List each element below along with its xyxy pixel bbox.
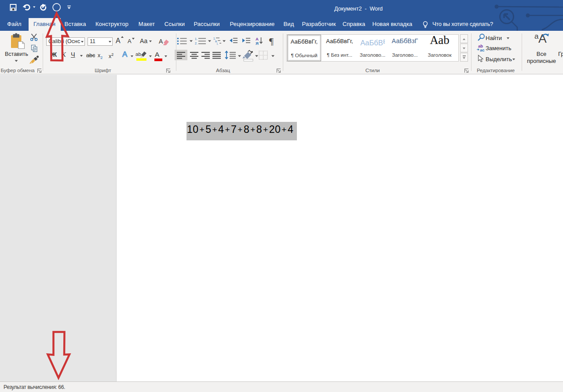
svg-text:ac: ac	[480, 48, 485, 52]
svg-text:Я: Я	[256, 41, 259, 46]
svg-text:2.: 2.	[195, 42, 197, 45]
svg-text:ab: ab	[135, 51, 141, 57]
svg-text:1.: 1.	[195, 37, 197, 40]
svg-text:А: А	[159, 38, 163, 45]
svg-text:i.: i.	[217, 42, 218, 45]
svg-text:¶: ¶	[269, 36, 274, 47]
